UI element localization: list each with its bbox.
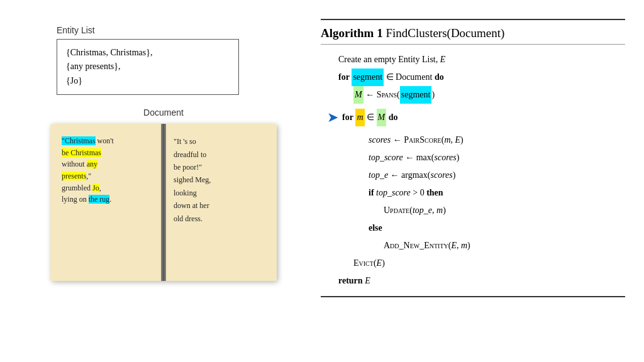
highlight-any: any bbox=[87, 160, 97, 168]
text-comma2: , bbox=[99, 184, 101, 192]
text-wont: won't bbox=[96, 136, 114, 145]
text-comma: ," bbox=[86, 172, 91, 180]
highlight-be-christmas: be Christmas bbox=[62, 148, 101, 157]
entity-item-2: {any presents}, bbox=[66, 60, 230, 74]
book: "Christmas won't be Christmas without an… bbox=[50, 124, 277, 281]
right-panel: Algorithm 1 FindClusters(Document) Creat… bbox=[308, 13, 625, 349]
entity-list-label: Entity List bbox=[57, 25, 308, 35]
text-grumbled: grumbled bbox=[62, 184, 92, 192]
algo-line-for-segment: for segment ∈ Document do bbox=[323, 69, 623, 86]
book-right-page: "It 's sodreadful tobe poor!"sighed Meg,… bbox=[166, 124, 277, 281]
algo-line-if: if top_score > 0 then bbox=[323, 184, 623, 202]
algorithm-box: Algorithm 1 FindClusters(Document) Creat… bbox=[321, 19, 625, 297]
algo-line-return: return E bbox=[323, 272, 623, 290]
highlight-rug: the rug bbox=[89, 195, 110, 204]
algo-title: Algorithm 1 FindClusters(Document) bbox=[321, 26, 625, 45]
text-lying: lying on bbox=[62, 195, 89, 204]
algo-name: FindClusters(Document) bbox=[386, 26, 504, 40]
document-section: Document "Christmas won't be Christmas w… bbox=[19, 107, 308, 281]
algo-line-tope: top_e ← argmax(scores) bbox=[323, 167, 623, 184]
left-panel: Entity List {Christmas, Christmas}, {any… bbox=[19, 13, 308, 349]
algo-line-topscore: top_score ← max(scores) bbox=[323, 149, 623, 167]
text-period: . bbox=[109, 195, 111, 204]
document-label: Document bbox=[143, 107, 184, 118]
algo-line-spans: M ← Spans(segment) bbox=[323, 86, 623, 104]
algo-body: Create an empty Entity List, E for segme… bbox=[321, 51, 625, 290]
blue-arrow-icon: ➤ bbox=[327, 104, 338, 131]
highlight-presents: presents bbox=[62, 172, 86, 180]
algo-line-evict: Evict(E) bbox=[323, 255, 623, 272]
main-container: Entity List {Christmas, Christmas}, {any… bbox=[0, 0, 644, 362]
algo-number: Algorithm 1 bbox=[321, 26, 383, 40]
right-page-text: "It 's sodreadful tobe poor!"sighed Meg,… bbox=[174, 137, 211, 222]
algo-line-update: Update(top_e, m) bbox=[323, 202, 623, 219]
highlight-christmas: "Christmas bbox=[62, 136, 96, 145]
algo-line-else: else bbox=[323, 219, 623, 237]
entity-item-3: {Jo} bbox=[66, 74, 230, 88]
algo-line-addnew: Add_New_Entity(E, m) bbox=[323, 237, 623, 255]
book-spine bbox=[161, 124, 166, 281]
text-without: without bbox=[62, 160, 87, 168]
highlight-jo: Jo bbox=[92, 184, 99, 192]
book-left-page: "Christmas won't be Christmas without an… bbox=[50, 124, 161, 281]
algo-line-for-m: ➤ for m ∈ M do bbox=[323, 104, 623, 131]
algo-line-scores: scores ← PairScore(m, E) bbox=[323, 131, 623, 149]
entity-list-box: {Christmas, Christmas}, {any presents}, … bbox=[57, 39, 239, 95]
entity-item-1: {Christmas, Christmas}, bbox=[66, 46, 230, 60]
algo-line-create: Create an empty Entity List, E bbox=[323, 51, 623, 69]
entity-list-section: Entity List {Christmas, Christmas}, {any… bbox=[19, 25, 308, 95]
